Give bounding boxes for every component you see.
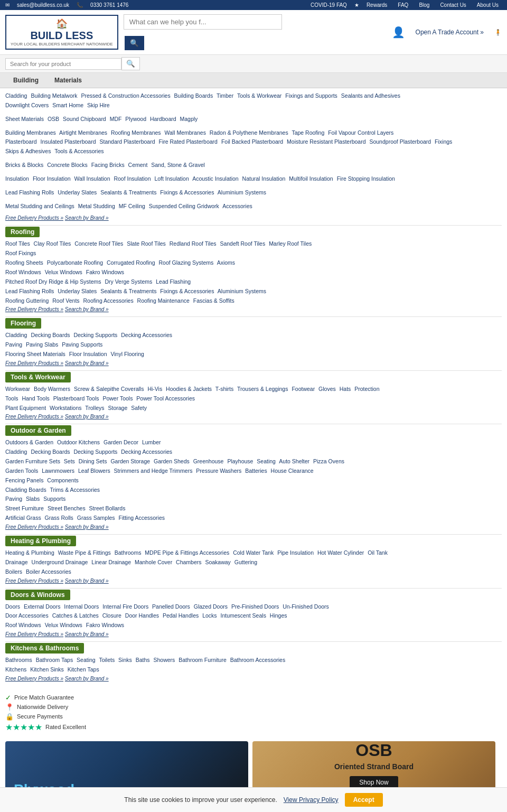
internal-doors-link[interactable]: Internal Doors	[64, 603, 99, 610]
manhole-link[interactable]: Manhole Cover	[135, 559, 172, 565]
plant-equip-link[interactable]: Plant Equipment	[5, 405, 46, 411]
door-acc-link[interactable]: Door Accessories	[5, 612, 49, 619]
flooring-sheet-link[interactable]: Flooring Sheet Materials	[5, 351, 65, 357]
external-doors-link[interactable]: External Doors	[24, 603, 60, 610]
product-search-input[interactable]	[5, 58, 121, 70]
lead-flashing-link[interactable]: Lead Flashing Rolls	[5, 189, 54, 195]
roofing-header[interactable]: Roofing	[5, 227, 40, 237]
protection-link[interactable]: Protection	[354, 386, 379, 392]
bathroom-furniture-link[interactable]: Bathroom Furniture	[179, 657, 226, 663]
outdoor-supports-link[interactable]: Supports	[43, 496, 65, 502]
search-brand-link-roofing[interactable]: Search by Brand »	[65, 306, 109, 312]
door-handles-link[interactable]: Door Handles	[125, 612, 159, 619]
underlay-link[interactable]: Underlay Slates	[58, 288, 97, 294]
acoustic-insulation-link[interactable]: Acoustic Insulation	[192, 175, 239, 182]
free-delivery-link-heating[interactable]: Free Delivery Products »	[5, 578, 63, 584]
natural-insulation-link[interactable]: Natural Insulation	[242, 175, 286, 182]
tools-link[interactable]: Tools	[5, 395, 18, 402]
suspended-ceiling-link[interactable]: Suspended Ceiling Gridwork	[149, 203, 219, 209]
outdoor-paving-link[interactable]: Paving	[5, 496, 22, 502]
cat-link[interactable]: Fixings and Supports	[285, 92, 337, 99]
aluminium-link[interactable]: Aluminium Systems	[218, 288, 266, 294]
outdoor-paving-slabs-link[interactable]: Slabs	[26, 496, 40, 502]
mdpe-link[interactable]: MDPE Pipe & Fittings Accessories	[145, 549, 229, 556]
lumber-link[interactable]: Lumber	[142, 439, 161, 445]
aluminium-systems-link[interactable]: Aluminium Systems	[218, 189, 266, 195]
bathroom-acc-link[interactable]: Bathroom Accessories	[230, 657, 285, 663]
oil-tank-link[interactable]: Oil Tank	[368, 549, 388, 556]
underground-drainage-link[interactable]: Underground Drainage	[32, 559, 88, 565]
lawnmowers-link[interactable]: Lawnmowers	[42, 468, 74, 474]
hardboard-link[interactable]: Hardboard	[150, 116, 176, 122]
search-brand-link-kitchens[interactable]: Search by Brand »	[65, 676, 109, 682]
redland-link[interactable]: Redland Roof Tiles	[170, 240, 217, 247]
fixings-acc2-link[interactable]: Fixings & Accessories	[160, 288, 214, 294]
fencing-panels-link[interactable]: Fencing Panels	[5, 477, 43, 483]
drainage-link[interactable]: Drainage	[5, 559, 28, 565]
strimmers-link[interactable]: Strimmers and Hedge Trimmers	[114, 468, 193, 474]
roofing-maint-link[interactable]: Roofing Maintenance	[137, 297, 190, 304]
magply-link[interactable]: Magply	[180, 116, 198, 122]
lead-rolls-link[interactable]: Lead Flashing Rolls	[5, 288, 54, 294]
cookie-policy-link[interactable]: View Privacy Policy	[284, 796, 339, 804]
workstations-link[interactable]: Workstations	[50, 405, 82, 411]
polycarbonate-link[interactable]: Polycarbonate Roofing	[47, 259, 103, 266]
search-brand-link-doors[interactable]: Search by Brand »	[65, 631, 109, 637]
sheet-materials-link[interactable]: Sheet Materials	[5, 116, 44, 122]
guttering2-link[interactable]: Guttering	[234, 559, 257, 565]
metal-studding2-link[interactable]: Metal Studding	[78, 203, 115, 209]
hivis-link[interactable]: Hi-Vis	[147, 386, 162, 392]
cold-water-tank-link[interactable]: Cold Water Tank	[233, 549, 274, 556]
about-link[interactable]: About Us	[477, 2, 499, 8]
metal-studding-link[interactable]: Metal Studding and Ceilings	[5, 203, 74, 209]
nav-tab-materials[interactable]: Materials	[46, 73, 90, 88]
phone-link[interactable]: 0330 3761 1476	[90, 2, 128, 8]
roofing-acc-link[interactable]: Roofing Accessories	[83, 297, 134, 304]
velux2-link[interactable]: Velux Windows	[45, 622, 82, 628]
floor-insulation2-link[interactable]: Floor Insulation	[69, 351, 107, 357]
storage-link[interactable]: Storage	[108, 405, 128, 411]
covid-link[interactable]: COVID-19 FAQ	[311, 2, 347, 8]
outdoor-decking-sup-link[interactable]: Decking Supports	[73, 449, 117, 455]
outdoors-link[interactable]: Outdoors & Garden	[5, 439, 53, 445]
unfinished-link[interactable]: Un-Finished Doors	[283, 603, 329, 610]
fakro2-link[interactable]: Fakro Windows	[86, 622, 124, 628]
decking-acc-link[interactable]: Decking Accessories	[121, 332, 172, 338]
roof-windows2-link[interactable]: Roof Windows	[5, 622, 41, 628]
roof-vents-link[interactable]: Roof Vents	[52, 297, 79, 304]
fixings-link[interactable]: Fixings	[435, 138, 452, 145]
hand-tools-link[interactable]: Hand Tools	[22, 395, 49, 402]
intumescent-link[interactable]: Intumescent Seals	[221, 612, 266, 619]
free-delivery-link-building[interactable]: Free Delivery Products »	[5, 215, 63, 221]
cement-link[interactable]: Cement	[128, 162, 148, 168]
sound-chipboard-link[interactable]: Sound Chipboard	[63, 116, 106, 122]
tools-acc-link[interactable]: Tools & Accessories	[54, 148, 104, 154]
grass-samples-link[interactable]: Grass Samples	[77, 515, 115, 521]
outdoor-header[interactable]: Outdoor & Garden	[5, 425, 71, 436]
roofing-sheets-link[interactable]: Roofing Sheets	[5, 259, 43, 266]
boilers-link[interactable]: Boilers	[5, 568, 22, 575]
plywood-link[interactable]: Plywood	[125, 116, 146, 122]
garden-decor-link[interactable]: Garden Decor	[104, 439, 138, 445]
guttering-link[interactable]: Roofing Guttering	[5, 297, 49, 304]
floor-insulation-link[interactable]: Floor Insulation	[33, 175, 71, 182]
free-delivery-link-doors[interactable]: Free Delivery Products »	[5, 631, 63, 637]
pizza-ovens-link[interactable]: Pizza Ovens	[313, 458, 344, 464]
flooring-header[interactable]: Flooring	[5, 318, 41, 329]
search-brand-link-building[interactable]: Search by Brand »	[65, 215, 109, 221]
showers-link[interactable]: Showers	[154, 657, 175, 663]
insulated-pb-link[interactable]: Insulated Plasterboard	[40, 138, 96, 145]
catches-link[interactable]: Catches & Latches	[52, 612, 99, 619]
osb-link[interactable]: OSB	[48, 116, 59, 122]
cat-link[interactable]: Pressed & Construction Accessories	[81, 92, 170, 99]
fire-pb-link[interactable]: Fire Rated Plasterboard	[158, 138, 217, 145]
heating-header[interactable]: Heating & Plumbing	[5, 536, 76, 546]
search-brand-link-heating[interactable]: Search by Brand »	[65, 578, 109, 584]
waste-pipe-link[interactable]: Waste Pipe & Fittings	[58, 549, 111, 556]
foil-pb-link[interactable]: Foil Backed Plasterboard	[221, 138, 283, 145]
hoodies-link[interactable]: Hoodies & Jackets	[166, 386, 212, 392]
coveralls-link[interactable]: Screw & Salepithe Coveralls	[74, 386, 144, 392]
auto-shelter-link[interactable]: Auto Shelter	[279, 458, 309, 464]
trolleys-link[interactable]: Trolleys	[85, 405, 104, 411]
artificial-grass-link[interactable]: Artificial Grass	[5, 515, 41, 521]
